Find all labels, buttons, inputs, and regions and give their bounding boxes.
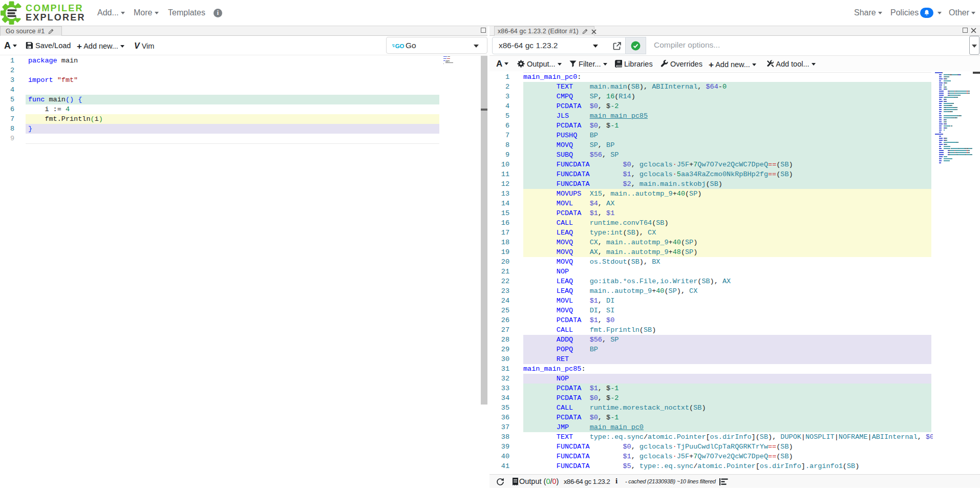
svg-text:GO: GO (395, 43, 404, 49)
